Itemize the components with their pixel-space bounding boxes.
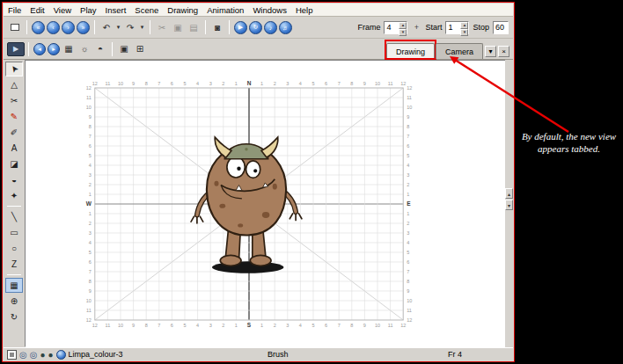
app-window: File Edit View Play Insert Scene Drawing… xyxy=(2,2,515,362)
last-frame-icon[interactable]: » xyxy=(77,21,90,34)
brush-tool[interactable]: ✎ xyxy=(5,109,23,124)
next-drawing-icon[interactable]: ▸ xyxy=(48,43,60,55)
dropper-tool[interactable]: ✦ xyxy=(5,188,23,203)
undo-history-dropdown-icon[interactable]: ▾ xyxy=(114,19,122,35)
svg-text:7: 7 xyxy=(338,81,341,86)
tools-toolbar: ➤ △ ✂ ✎ ✐ A ◪ ◒ ✦ ╲ ▭ ○ Z ▦ ⊕ ↻ xyxy=(4,60,25,347)
status-layer-name: Limpa_colour-3 xyxy=(69,350,123,359)
color-swatch-icon[interactable] xyxy=(7,350,17,360)
eraser-tool[interactable]: ◪ xyxy=(5,157,23,171)
svg-text:1: 1 xyxy=(407,211,409,216)
menu-drawing[interactable]: Drawing xyxy=(163,5,202,15)
start-value: 1 xyxy=(446,22,460,33)
toolbar-separator xyxy=(28,42,29,56)
svg-text:7: 7 xyxy=(338,323,341,328)
close-view-icon[interactable]: × xyxy=(498,46,509,57)
light-table-status-icon[interactable]: ◎ xyxy=(30,350,38,360)
spin-down-icon[interactable]: ▼ xyxy=(399,29,407,36)
view-menu-icon[interactable]: ▾ xyxy=(485,46,496,57)
select-tool[interactable]: ➤ xyxy=(5,62,23,76)
grid-icon[interactable]: ▦ xyxy=(61,41,77,57)
pencil-tool[interactable]: ✐ xyxy=(5,125,23,140)
menu-scene[interactable]: Scene xyxy=(130,5,163,15)
select-arrow-icon: ➤ xyxy=(8,63,20,75)
screen-icon[interactable] xyxy=(7,19,23,35)
rotate-view-tool[interactable]: ↻ xyxy=(5,309,23,324)
rectangle-tool[interactable]: ▭ xyxy=(5,225,23,240)
text-tool[interactable]: A xyxy=(5,141,23,156)
spin-down-icon[interactable]: ▼ xyxy=(460,29,468,36)
paint-tool[interactable]: ◒ xyxy=(5,172,23,187)
menu-help[interactable]: Help xyxy=(291,5,318,15)
stop-label: Stop xyxy=(473,23,489,32)
zoom-tool[interactable]: ⊕ xyxy=(5,294,23,309)
svg-text:8: 8 xyxy=(407,124,409,129)
sound-scrubbing-icon[interactable]: ♬ xyxy=(279,21,292,34)
svg-text:7: 7 xyxy=(89,134,92,139)
undo-icon[interactable]: ↶ xyxy=(99,19,114,35)
paste-icon[interactable]: ▤ xyxy=(186,19,202,35)
play-range-icon[interactable]: ● xyxy=(40,350,45,360)
svg-text:7: 7 xyxy=(158,323,160,328)
color-swatch-inner xyxy=(10,353,14,357)
scroll-down-icon[interactable]: ▾ xyxy=(505,200,513,210)
redo-history-dropdown-icon[interactable]: ▾ xyxy=(138,19,146,35)
contour-editor-tool[interactable]: △ xyxy=(5,77,23,92)
svg-text:1: 1 xyxy=(407,192,409,197)
cut-icon[interactable]: ✂ xyxy=(154,19,170,35)
stop-field[interactable]: 60 xyxy=(493,21,509,34)
svg-text:5: 5 xyxy=(89,153,92,158)
start-spinbox[interactable]: 1 ▲▼ xyxy=(445,21,469,34)
menu-file[interactable]: File xyxy=(4,5,26,15)
tab-drawing[interactable]: Drawing xyxy=(386,43,435,59)
menu-insert[interactable]: Insert xyxy=(101,5,131,15)
svg-text:4: 4 xyxy=(196,323,199,328)
sound-icon[interactable]: ♪ xyxy=(264,21,277,34)
svg-text:2: 2 xyxy=(407,221,409,226)
canvas-scrollbar[interactable]: ▴ ▾ xyxy=(505,60,513,347)
previous-frame-icon[interactable]: ‹ xyxy=(47,21,60,34)
canvas-svg[interactable]: 1111111122222222333333334444444455555555… xyxy=(26,61,506,347)
svg-text:10: 10 xyxy=(375,323,380,328)
frame-spinbox[interactable]: 4 ▲▼ xyxy=(384,21,407,34)
frame-spinner-arrows[interactable]: ▲▼ xyxy=(399,22,407,33)
polyline-tool[interactable]: Z xyxy=(5,257,23,272)
camera-icon[interactable]: ◙ xyxy=(209,19,225,35)
start-spinner-arrows[interactable]: ▲▼ xyxy=(460,22,468,33)
spin-up-icon[interactable]: ▲ xyxy=(460,22,468,29)
menu-edit[interactable]: Edit xyxy=(26,5,48,15)
show-strokes-icon[interactable]: ◎ xyxy=(19,350,27,360)
previous-drawing-icon[interactable]: ◂ xyxy=(33,43,46,55)
line-tool[interactable]: ╲ xyxy=(5,209,23,224)
copy-icon[interactable]: ▣ xyxy=(170,19,186,35)
grid-toggle-tool[interactable]: ▦ xyxy=(5,278,23,293)
current-drawing-on-top-icon[interactable]: ◓ xyxy=(92,41,108,57)
svg-text:7: 7 xyxy=(407,134,409,139)
menu-animation[interactable]: Animation xyxy=(202,5,248,15)
camera-mask-icon[interactable]: ▣ xyxy=(116,41,132,57)
tab-camera[interactable]: Camera xyxy=(436,43,483,59)
scroll-up-icon[interactable]: ▴ xyxy=(505,188,513,199)
menu-view[interactable]: View xyxy=(49,5,76,15)
drawing-canvas[interactable]: 1111111122222222333333334444444455555555… xyxy=(25,60,506,347)
light-table-icon[interactable]: ☼ xyxy=(77,41,92,57)
spin-up-icon[interactable]: ▲ xyxy=(399,22,407,29)
tool-presets-icon[interactable]: ▶ xyxy=(7,42,25,56)
tool-separator xyxy=(7,206,21,207)
cutter-tool[interactable]: ✂ xyxy=(5,93,23,108)
next-frame-icon[interactable]: › xyxy=(62,21,75,34)
plus-icon[interactable]: + xyxy=(411,22,421,33)
loop-status-icon[interactable]: ● xyxy=(48,350,54,360)
menu-windows[interactable]: Windows xyxy=(248,5,291,15)
first-frame-icon[interactable]: « xyxy=(32,21,45,34)
safe-area-icon[interactable]: ⊞ xyxy=(132,41,148,57)
ellipse-tool[interactable]: ○ xyxy=(5,241,23,256)
svg-text:7: 7 xyxy=(89,269,92,274)
toolbar-separator xyxy=(150,20,150,34)
menu-play[interactable]: Play xyxy=(76,5,100,15)
svg-text:5: 5 xyxy=(407,250,409,255)
loop-icon[interactable]: ↻ xyxy=(249,21,262,34)
toolbar-separator xyxy=(229,20,230,34)
redo-icon[interactable]: ↷ xyxy=(122,19,138,35)
play-icon[interactable]: ▶ xyxy=(234,21,247,34)
